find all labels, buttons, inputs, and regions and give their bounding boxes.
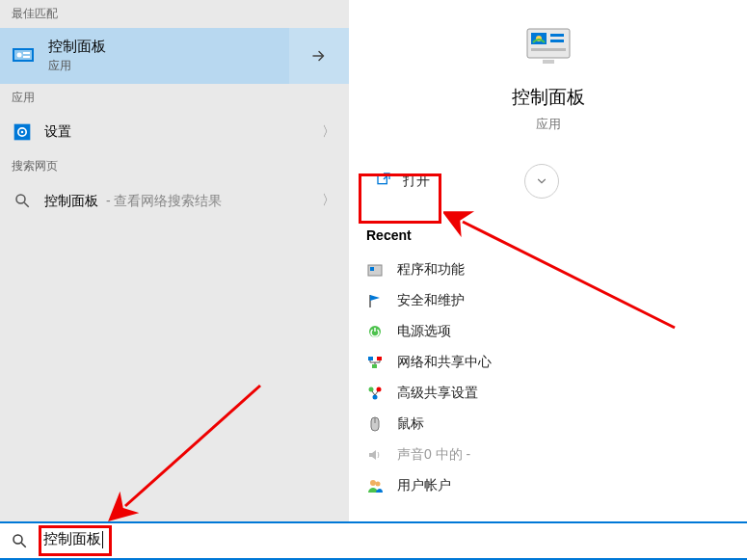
section-web: 搜索网页 [0, 152, 349, 180]
section-apps: 应用 [0, 84, 349, 112]
section-best-match: 最佳匹配 [0, 0, 349, 28]
recent-item[interactable]: 电源选项 [366, 316, 730, 347]
svg-point-7 [21, 131, 24, 134]
results-panel: 最佳匹配 控制面板 应用 应用 设置 〉 搜索网页 [0, 0, 349, 521]
recent-item[interactable]: 高级共享设置 [366, 378, 730, 409]
users-icon [366, 477, 384, 494]
recent-item[interactable]: 用户帐户 [366, 470, 730, 501]
chevron-right-icon: 〉 [322, 123, 335, 141]
recent-item[interactable]: 声音0 中的 - [366, 440, 730, 470]
result-label: 控制面板 [44, 193, 98, 208]
preview-subtitle: 应用 [536, 116, 561, 133]
preview-panel: 控制面板 应用 打开 Recent 程序和功能 [349, 0, 747, 521]
svg-rect-4 [23, 56, 30, 58]
svg-rect-16 [543, 60, 554, 64]
svg-point-31 [376, 482, 381, 487]
expand-button[interactable] [524, 164, 559, 199]
recent-header: Recent [366, 227, 730, 243]
search-icon [12, 190, 33, 211]
svg-rect-15 [531, 48, 566, 51]
svg-point-2 [17, 53, 22, 58]
open-icon [376, 172, 391, 191]
mouse-icon [366, 415, 384, 433]
best-match-item[interactable]: 控制面板 应用 [0, 28, 349, 84]
result-settings[interactable]: 设置 〉 [0, 112, 349, 152]
recent-item[interactable]: 程序和功能 [366, 254, 730, 285]
recent-item[interactable]: 网络和共享中心 [366, 347, 730, 378]
open-label: 打开 [403, 173, 430, 190]
chevron-down-icon [535, 174, 548, 188]
annotation-search-highlight: 控制面板 [39, 525, 112, 556]
open-preview-arrow-icon[interactable] [289, 28, 349, 84]
power-icon [366, 323, 384, 340]
svg-point-30 [370, 480, 376, 486]
svg-line-9 [24, 202, 29, 207]
search-icon [0, 532, 39, 549]
svg-rect-3 [23, 52, 30, 54]
result-label: 设置 [44, 123, 322, 141]
svg-rect-22 [368, 357, 373, 360]
svg-rect-19 [370, 267, 374, 271]
control-panel-large-icon [525, 27, 572, 66]
svg-rect-17 [378, 174, 387, 183]
search-input[interactable]: 控制面板 [43, 530, 101, 547]
programs-icon [366, 261, 384, 279]
svg-line-33 [21, 543, 26, 547]
recent-list: 程序和功能 安全和维护 电源选项 网络和共享中心 高级共享设置 [366, 254, 730, 501]
open-button[interactable]: 打开 [366, 160, 447, 202]
sound-icon [366, 446, 384, 464]
svg-rect-23 [377, 357, 382, 360]
chevron-right-icon: 〉 [322, 192, 335, 209]
svg-point-26 [377, 387, 382, 392]
result-web-search[interactable]: 控制面板 - 查看网络搜索结果 〉 [0, 180, 349, 221]
text-cursor [102, 531, 103, 548]
result-suffix: - 查看网络搜索结果 [102, 193, 222, 208]
control-panel-icon [12, 44, 35, 67]
settings-icon [12, 121, 33, 143]
svg-point-25 [369, 387, 374, 392]
svg-point-32 [13, 535, 22, 544]
flag-icon [366, 292, 384, 309]
svg-rect-24 [372, 364, 377, 368]
svg-rect-13 [550, 34, 564, 37]
recent-item[interactable]: 鼠标 [366, 409, 730, 440]
best-match-subtitle: 应用 [48, 58, 106, 74]
sharing-icon [366, 385, 384, 402]
best-match-title: 控制面板 [48, 38, 106, 56]
search-bar[interactable]: 控制面板 [0, 521, 747, 560]
svg-point-8 [16, 195, 25, 203]
preview-title: 控制面板 [512, 85, 585, 110]
svg-rect-14 [550, 40, 564, 42]
recent-item[interactable]: 安全和维护 [366, 285, 730, 316]
network-icon [366, 354, 384, 371]
